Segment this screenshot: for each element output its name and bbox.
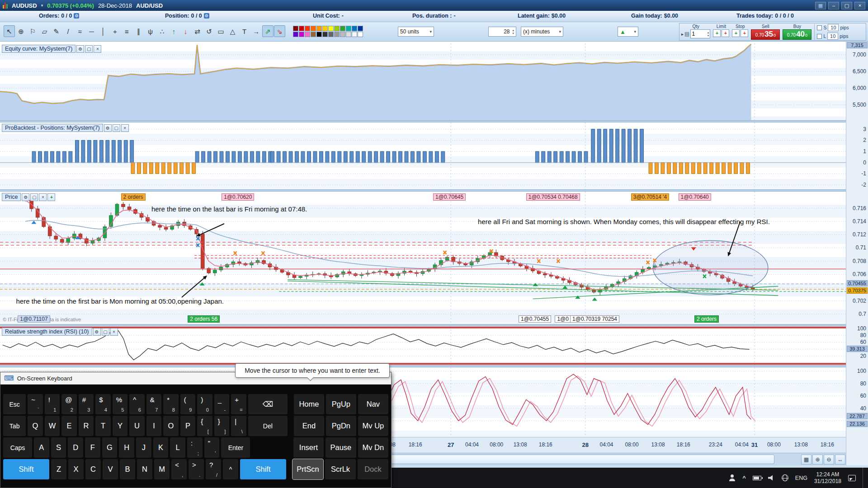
key-E[interactable]: E <box>61 416 77 436</box>
spinner-icon[interactable]: ▴▾ <box>512 28 514 35</box>
color-swatch[interactable] <box>316 32 322 37</box>
key->[interactable]: >. <box>189 459 204 479</box>
color-swatch[interactable] <box>311 26 316 31</box>
key-Z[interactable]: Z <box>51 459 66 479</box>
color-swatch[interactable] <box>340 26 345 31</box>
horizontal-line-tool[interactable]: ─ <box>86 25 97 37</box>
rsi-chart[interactable] <box>0 326 846 365</box>
key-Dock[interactable]: Dock <box>358 459 388 479</box>
key-N[interactable]: N <box>137 459 152 479</box>
key-U[interactable]: U <box>129 416 145 436</box>
key-S[interactable]: S <box>51 437 66 458</box>
key-}[interactable]: }] <box>214 416 230 436</box>
line-tool[interactable]: / <box>62 25 74 37</box>
stop-pips-input[interactable]: 10 <box>828 24 839 31</box>
close-icon[interactable]: × <box>39 193 47 201</box>
color-swatch[interactable] <box>328 26 334 31</box>
key-Q[interactable]: Q <box>28 416 43 436</box>
people-icon[interactable] <box>729 474 736 481</box>
network-icon[interactable] <box>782 474 788 481</box>
key-Pause[interactable]: Pause <box>326 437 356 458</box>
limit-checkbox[interactable] <box>817 34 822 39</box>
color-swatch[interactable] <box>352 26 357 31</box>
stop-checkbox[interactable] <box>817 25 822 30</box>
key-D[interactable]: D <box>68 437 83 458</box>
order-tag[interactable]: 1@0.70534 0.70468 <box>526 193 580 201</box>
buy-limit-button[interactable]: + <box>713 29 721 37</box>
chart-type-button[interactable]: ▲▾ <box>618 27 638 37</box>
timeframe-select[interactable]: (x) minutes▾ <box>521 27 563 37</box>
limit-pips-input[interactable]: 10 <box>827 33 838 40</box>
key-&[interactable]: &7 <box>146 394 162 414</box>
buy-arrow-tool[interactable]: ↑ <box>168 25 179 37</box>
order-tag[interactable]: 1@0.70645 <box>433 193 466 201</box>
order-tag[interactable]: 1@0.71107 <box>18 315 50 323</box>
dots-tool[interactable]: ∴ <box>156 25 168 37</box>
close-icon[interactable]: × <box>94 45 101 53</box>
key-_[interactable]: _- <box>214 394 230 414</box>
key-Del[interactable]: Del <box>248 416 288 436</box>
color-swatch[interactable] <box>293 32 298 37</box>
chart-settings-button[interactable]: ▦ <box>801 455 811 465</box>
settings-icon[interactable]: ⚙ <box>76 45 84 53</box>
spinner-icon[interactable]: ▴▾ <box>708 31 709 37</box>
key-"[interactable]: "' <box>204 437 220 458</box>
sell-button[interactable]: 0.70350 <box>751 29 780 40</box>
key-{[interactable]: {[ <box>197 416 212 436</box>
minimize-button[interactable]: – <box>828 2 839 9</box>
positions-chart[interactable] <box>0 122 846 189</box>
equity-curve-chart[interactable] <box>0 43 846 120</box>
order-tag[interactable]: 3@0.70514 '4 <box>631 193 670 201</box>
key-<[interactable]: <, <box>171 459 187 479</box>
key-F[interactable]: F <box>85 437 100 458</box>
color-swatch[interactable] <box>316 26 322 31</box>
key-Esc[interactable]: Esc <box>3 394 26 414</box>
sell-arrow-tool[interactable]: ↓ <box>180 25 191 37</box>
key-M[interactable]: M <box>154 459 170 479</box>
close-icon[interactable]: × <box>110 328 118 336</box>
color-swatch[interactable] <box>358 26 363 31</box>
show-desktop-button[interactable] <box>863 468 864 488</box>
language-indicator[interactable]: ENG <box>795 475 807 481</box>
key-W[interactable]: W <box>45 416 60 436</box>
key-G[interactable]: G <box>102 437 118 458</box>
order-tag[interactable]: 2 orders <box>121 193 146 201</box>
key-B[interactable]: B <box>120 459 135 479</box>
text-tool[interactable]: T <box>239 25 250 37</box>
order-tag[interactable]: 1@0.70319 70254 <box>570 315 619 323</box>
key-~[interactable]: ~` <box>28 394 43 414</box>
freehand-tool[interactable]: ≈ <box>74 25 85 37</box>
key-H[interactable]: H <box>119 437 134 458</box>
key-![interactable]: !1 <box>45 394 60 414</box>
arrow-tool[interactable]: → <box>250 25 262 37</box>
key-X[interactable]: X <box>68 459 84 479</box>
key-R[interactable]: R <box>79 416 94 436</box>
vertical-line-tool[interactable]: │ <box>98 25 109 37</box>
compare-tool[interactable]: ⇄ <box>192 25 203 37</box>
key-|[interactable]: |\ <box>231 416 246 436</box>
key-Shift[interactable]: Shift <box>3 459 49 479</box>
show-hidden-icons-chevron[interactable]: ^ <box>742 474 746 481</box>
order-ticket-icon[interactable]: ▤ <box>684 31 689 37</box>
key-A[interactable]: A <box>34 437 49 458</box>
expand-button[interactable]: ↔ <box>835 455 845 465</box>
maximize-button[interactable]: ▢ <box>841 2 852 9</box>
key-L[interactable]: L <box>170 437 185 458</box>
color-swatch[interactable] <box>311 32 316 37</box>
key-%[interactable]: %5 <box>113 394 128 414</box>
sell-limit-button[interactable]: + <box>722 29 729 37</box>
key-Mv Up[interactable]: Mv Up <box>358 416 388 436</box>
triangle-tool[interactable]: △ <box>227 25 238 37</box>
order-tag[interactable]: 1@0 <box>555 315 571 323</box>
battery-icon[interactable] <box>753 476 761 480</box>
channel-tool[interactable]: ∥ <box>133 25 144 37</box>
chevron-down-icon[interactable]: ▾ <box>41 3 43 8</box>
key-J[interactable]: J <box>136 437 151 458</box>
key-?[interactable]: ?/ <box>206 459 221 479</box>
key-T[interactable]: T <box>95 416 111 436</box>
key-PrtScn[interactable]: PrtScn <box>292 459 323 479</box>
speaker-icon[interactable] <box>768 475 775 481</box>
symbol-name[interactable]: AUDUSD <box>12 2 37 9</box>
units-select[interactable]: 50 units▾ <box>398 27 434 37</box>
key-Tab[interactable]: Tab <box>3 416 26 436</box>
